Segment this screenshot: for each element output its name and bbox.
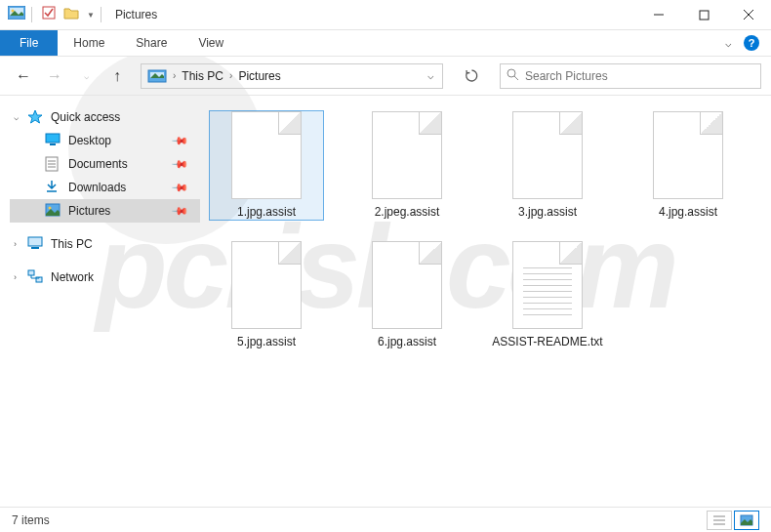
ribbon-expand-icon[interactable]: ⌵ (725, 37, 732, 50)
svg-point-10 (507, 69, 515, 77)
back-button[interactable]: ← (10, 62, 37, 90)
desktop-icon (45, 133, 62, 148)
sidebar-item-desktop[interactable]: Desktop 📌 (10, 129, 200, 152)
qat-newfolder-icon[interactable] (63, 6, 79, 23)
file-label: ASSIST-README.txt (492, 335, 602, 349)
blank-file-icon (372, 111, 442, 199)
search-box[interactable] (500, 63, 761, 89)
search-icon (507, 67, 519, 85)
sidebar-item-label: Documents (68, 157, 128, 171)
file-item[interactable]: 2.jpeg.assist (350, 111, 464, 220)
sidebar-item-pictures[interactable]: Pictures 📌 (10, 199, 200, 223)
up-button[interactable]: ↑ (103, 62, 131, 90)
pin-icon: 📌 (170, 201, 188, 220)
breadcrumb-seg-pictures[interactable]: Pictures (234, 69, 284, 83)
window-title: Pictures (115, 8, 157, 21)
file-item[interactable]: 1.jpg.assist (210, 111, 323, 220)
file-label: 4.jpg.assist (659, 205, 717, 220)
file-item[interactable]: 3.jpg.assist (491, 111, 604, 220)
app-icon (8, 6, 25, 23)
sidebar-item-documents[interactable]: Documents 📌 (10, 152, 200, 176)
documents-icon (45, 156, 62, 172)
blank-file-icon (372, 241, 442, 329)
file-label: 3.jpg.assist (518, 205, 577, 220)
svg-line-11 (514, 76, 518, 80)
chevron-right-icon[interactable]: › (14, 272, 17, 282)
file-label: 6.jpg.assist (378, 335, 436, 349)
chevron-right-icon[interactable]: › (227, 70, 234, 81)
qat-separator (31, 7, 32, 22)
file-label: 2.jpeg.assist (375, 205, 440, 220)
sidebar: ⌵ Quick access Desktop 📌 Documents 📌 Dow… (0, 96, 200, 507)
pin-icon: 📌 (170, 131, 188, 149)
status-bar: 7 items (0, 507, 771, 532)
file-item[interactable]: 5.jpg.assist (210, 241, 323, 349)
file-item[interactable]: 6.jpg.assist (350, 241, 464, 349)
close-button[interactable] (726, 0, 771, 30)
view-thumbnails-button[interactable] (734, 511, 759, 530)
breadcrumb-history-icon[interactable]: ⌵ (426, 69, 436, 82)
breadcrumb-seg-thispc[interactable]: This PC (178, 69, 227, 83)
chevron-down-icon[interactable]: ⌵ (14, 112, 19, 122)
status-item-count: 7 items (12, 513, 50, 527)
blank-file-icon (653, 111, 723, 199)
star-icon (27, 109, 45, 125)
tab-share[interactable]: Share (120, 30, 183, 56)
chevron-right-icon[interactable]: › (171, 70, 178, 81)
qat-properties-icon[interactable] (42, 6, 56, 23)
tab-home[interactable]: Home (58, 30, 120, 56)
svg-rect-13 (50, 143, 56, 145)
refresh-button[interactable] (457, 63, 486, 89)
pictures-icon (45, 203, 62, 219)
file-item[interactable]: 4.jpg.assist (631, 111, 745, 220)
svg-rect-22 (31, 247, 39, 249)
network-icon (27, 269, 45, 285)
navigation-row: ← → ⌵ ↑ › This PC › Pictures ⌵ (0, 57, 771, 96)
sidebar-item-label: Network (51, 270, 94, 284)
svg-rect-12 (46, 134, 60, 143)
minimize-button[interactable] (636, 0, 681, 30)
svg-rect-5 (700, 11, 709, 20)
view-details-button[interactable] (707, 511, 732, 530)
sidebar-item-label: This PC (51, 237, 93, 251)
sidebar-item-label: Pictures (68, 204, 110, 218)
svg-rect-21 (28, 237, 42, 246)
pin-icon: 📌 (170, 178, 188, 196)
breadcrumb-location-icon (147, 68, 167, 84)
file-tab[interactable]: File (0, 30, 58, 56)
breadcrumb[interactable]: › This PC › Pictures ⌵ (141, 63, 443, 89)
tab-view[interactable]: View (183, 30, 239, 56)
file-label: 1.jpg.assist (237, 205, 296, 220)
help-icon[interactable]: ? (744, 35, 759, 51)
text-file-icon (512, 241, 583, 329)
downloads-icon (45, 180, 62, 195)
this-pc-icon (27, 236, 45, 252)
file-item[interactable]: ASSIST-README.txt (491, 241, 604, 349)
forward-button[interactable]: → (41, 62, 68, 90)
search-input[interactable] (525, 69, 754, 83)
blank-file-icon (512, 111, 583, 199)
qat-dropdown-icon[interactable]: ▼ (87, 11, 95, 20)
svg-rect-3 (43, 7, 55, 19)
file-grid: 1.jpg.assist2.jpeg.assist3.jpg.assist4.j… (200, 96, 771, 507)
titlebar: ▼ Pictures (0, 0, 771, 30)
blank-file-icon (231, 241, 302, 329)
file-label: 5.jpg.assist (237, 335, 296, 349)
maximize-button[interactable] (681, 0, 726, 30)
sidebar-item-this-pc[interactable]: › This PC (10, 232, 200, 256)
sidebar-item-label: Desktop (68, 134, 111, 147)
recent-dropdown[interactable]: ⌵ (72, 62, 100, 90)
sidebar-item-label: Quick access (51, 110, 120, 124)
chevron-right-icon[interactable]: › (14, 239, 17, 249)
sidebar-item-quick-access[interactable]: ⌵ Quick access (10, 105, 200, 129)
sidebar-item-network[interactable]: › Network (10, 266, 200, 289)
pin-icon: 📌 (170, 154, 188, 173)
blank-file-icon (231, 111, 302, 199)
svg-rect-23 (28, 270, 34, 275)
sidebar-item-label: Downloads (68, 181, 126, 194)
sidebar-item-downloads[interactable]: Downloads 📌 (10, 176, 200, 199)
ribbon: File Home Share View ⌵ ? (0, 30, 771, 57)
title-separator (101, 7, 101, 22)
